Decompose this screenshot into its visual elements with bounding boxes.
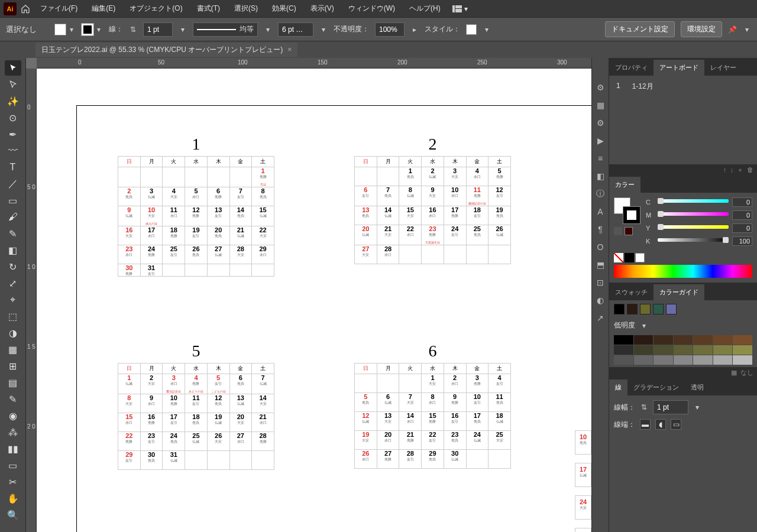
- yellow-slider[interactable]: [658, 225, 729, 231]
- none-swatch[interactable]: [614, 253, 623, 262]
- symbol-sprayer-tool[interactable]: ⁂: [5, 424, 21, 440]
- guide-color[interactable]: [654, 355, 673, 365]
- stroke-stepper-icon[interactable]: ⇅: [129, 25, 137, 34]
- chevron-down-icon[interactable]: ▾: [179, 25, 187, 34]
- cap-projecting-icon[interactable]: ▭: [671, 419, 681, 430]
- new-artboard-icon[interactable]: ＋: [737, 166, 743, 174]
- curvature-tool[interactable]: 〰: [5, 143, 21, 158]
- document-tab[interactable]: 日玉テンプレ2022.ai @ 55.33 % (CMYK/CPU オーバープリ…: [35, 43, 297, 57]
- tab-transparency[interactable]: 透明: [685, 379, 710, 395]
- chevron-down-icon[interactable]: ▾: [693, 403, 701, 411]
- guide-color[interactable]: [733, 355, 752, 365]
- color-spectrum[interactable]: [614, 265, 752, 278]
- guide-color[interactable]: [654, 345, 673, 355]
- tab-swatches[interactable]: スウォッチ: [609, 284, 654, 300]
- links-icon[interactable]: ⬒: [594, 259, 606, 271]
- workspace-switcher[interactable]: ▾: [449, 5, 471, 13]
- swatch[interactable]: [614, 304, 625, 314]
- fill-stroke-indicator[interactable]: [614, 197, 640, 223]
- yellow-value[interactable]: 0: [732, 223, 752, 233]
- menu-select[interactable]: 選択(S): [228, 1, 264, 16]
- tab-layers[interactable]: レイヤー: [704, 60, 742, 76]
- artboard-tool[interactable]: ▭: [5, 458, 21, 473]
- tab-properties[interactable]: プロパティ: [609, 60, 654, 76]
- perspective-tool[interactable]: ▦: [5, 342, 21, 357]
- guide-color[interactable]: [713, 335, 733, 345]
- pin-icon[interactable]: 📌: [728, 25, 737, 34]
- menu-window[interactable]: ウィンドウ(W): [342, 1, 401, 16]
- shaper-tool[interactable]: ✎: [5, 226, 21, 241]
- reorder-up-icon[interactable]: ↑: [723, 166, 727, 173]
- stroke-weight-input[interactable]: 1 pt: [653, 400, 688, 414]
- scale-tool[interactable]: ⤢: [5, 275, 21, 291]
- info-icon[interactable]: ⓘ: [594, 188, 606, 200]
- last-color-swatch[interactable]: [625, 227, 633, 235]
- properties-icon[interactable]: ⚙: [594, 82, 606, 93]
- guide-color[interactable]: [634, 345, 654, 355]
- gradient-tool[interactable]: ▤: [5, 375, 21, 390]
- canvas[interactable]: 050100150200250300350400 05 01 01 52 0 1…: [26, 58, 591, 532]
- swatch[interactable]: [627, 304, 638, 314]
- guide-color[interactable]: [733, 345, 752, 355]
- menu-help[interactable]: ヘルプ(H): [403, 1, 447, 16]
- stroke-profile[interactable]: 均等: [193, 22, 258, 37]
- character-icon[interactable]: A: [594, 206, 606, 218]
- cap-round-icon[interactable]: ◖: [655, 419, 666, 430]
- lasso-tool[interactable]: ⊙: [5, 110, 21, 125]
- align-icon[interactable]: ≡: [594, 153, 606, 164]
- stroke-stepper-icon[interactable]: ⇅: [640, 403, 648, 411]
- swatch[interactable]: [653, 304, 664, 314]
- menu-edit[interactable]: 編集(E): [86, 1, 121, 16]
- guide-color[interactable]: [693, 345, 713, 355]
- guide-color[interactable]: [674, 345, 693, 355]
- menu-effect[interactable]: 効果(C): [266, 1, 302, 16]
- reorder-down-icon[interactable]: ↓: [730, 166, 734, 173]
- export-icon[interactable]: ↗: [594, 312, 606, 324]
- tab-artboards[interactable]: アートボード: [654, 60, 704, 76]
- tab-gradient[interactable]: グラデーション: [627, 379, 685, 395]
- blend-tool[interactable]: ◉: [5, 408, 21, 423]
- stroke-weight-field[interactable]: 1 pt: [143, 22, 173, 37]
- cap-butt-icon[interactable]: ▬: [640, 419, 651, 430]
- cyan-value[interactable]: 0: [732, 197, 752, 207]
- swatch[interactable]: [666, 304, 677, 314]
- opacity-field[interactable]: 100%: [375, 22, 405, 37]
- tab-color-guide[interactable]: カラーガイド: [654, 284, 704, 300]
- guide-color[interactable]: [693, 335, 713, 345]
- guide-color[interactable]: [674, 335, 693, 345]
- rotate-tool[interactable]: ↻: [5, 259, 21, 274]
- chevron-down-icon[interactable]: ▾: [743, 25, 751, 34]
- direct-selection-tool[interactable]: [5, 77, 21, 92]
- opentype-icon[interactable]: O: [594, 241, 606, 253]
- cyan-slider[interactable]: [658, 199, 729, 205]
- guide-color[interactable]: [713, 345, 733, 355]
- guide-color[interactable]: [713, 355, 733, 365]
- home-icon[interactable]: [19, 2, 32, 15]
- preferences-button[interactable]: 環境設定: [681, 21, 722, 37]
- menu-view[interactable]: 表示(V): [305, 1, 340, 16]
- appearance-icon[interactable]: ◐: [594, 294, 606, 306]
- pen-tool[interactable]: ✒: [5, 126, 21, 142]
- artboard-row[interactable]: 1 1-12月: [614, 79, 752, 94]
- swatch[interactable]: [640, 304, 651, 314]
- libraries-icon[interactable]: ▦: [594, 99, 606, 111]
- transform-icon[interactable]: ⊡: [594, 277, 606, 288]
- delete-artboard-icon[interactable]: 🗑: [747, 166, 753, 173]
- shape-builder-tool[interactable]: ◑: [5, 325, 21, 340]
- grid-icon[interactable]: ▦: [731, 369, 737, 377]
- magic-wand-tool[interactable]: ✨: [5, 93, 21, 109]
- chevron-down-icon[interactable]: ▾: [319, 25, 328, 34]
- line-tool[interactable]: ／: [5, 176, 21, 192]
- stroke-swatch[interactable]: [82, 24, 93, 35]
- guide-color[interactable]: [693, 355, 713, 365]
- fill-dropdown-icon[interactable]: ▾: [67, 25, 76, 34]
- menu-object[interactable]: オブジェクト(O): [124, 1, 188, 16]
- rectangle-tool[interactable]: ▭: [5, 193, 21, 208]
- column-graph-tool[interactable]: ▮▮: [5, 441, 21, 456]
- eyedropper-tool[interactable]: ✎: [5, 391, 21, 407]
- chevron-down-icon[interactable]: ▾: [483, 25, 491, 34]
- chevron-down-icon[interactable]: ▾: [640, 322, 648, 330]
- slice-tool[interactable]: ✂: [5, 474, 21, 489]
- document-setup-button[interactable]: ドキュメント設定: [605, 21, 675, 37]
- eraser-tool[interactable]: ◧: [5, 242, 21, 258]
